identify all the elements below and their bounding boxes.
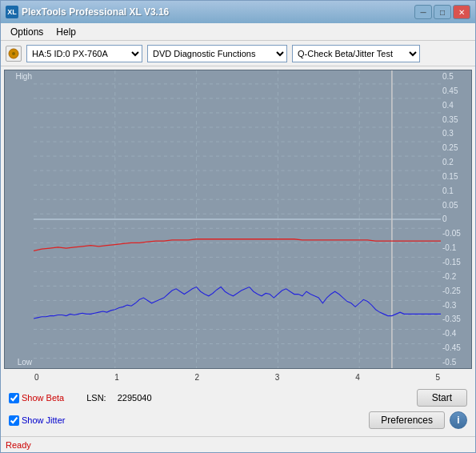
chart-x-axis: 0 1 2 3 4 5: [33, 369, 442, 385]
chart-y-right: 0.5 0.45 0.4 0.35 0.3 0.25 0.2 0.15 0.1 …: [441, 70, 471, 368]
show-jitter-checkbox[interactable]: [9, 415, 19, 426]
x-label-1: 1: [114, 373, 119, 382]
show-beta-checkbox[interactable]: [9, 393, 19, 403]
x-label-2: 2: [195, 373, 200, 382]
svg-point-1: [12, 52, 15, 55]
x-label-4: 4: [355, 373, 360, 382]
chart-inner: [34, 70, 441, 368]
show-beta-checkbox-label[interactable]: Show Beta: [9, 393, 64, 403]
x-label-3: 3: [275, 373, 280, 382]
title-controls: ─ □ ✕: [414, 5, 470, 19]
function-select[interactable]: DVD Diagnostic Functions: [147, 45, 287, 62]
x-label-0: 0: [34, 373, 39, 382]
main-window: XL PlexTools Professional XL V3.16 ─ □ ✕…: [0, 0, 476, 453]
show-jitter-checkbox-label[interactable]: Show Jitter: [9, 415, 65, 426]
lsn-value: 2295040: [118, 393, 152, 403]
bottom-row1: Show Beta LSN: 2295040 Start: [9, 389, 467, 407]
chart-y-left: High Low: [5, 70, 34, 368]
maximize-button[interactable]: □: [434, 5, 451, 19]
info-button[interactable]: i: [450, 411, 467, 429]
close-button[interactable]: ✕: [453, 5, 470, 19]
y-label-high: High: [6, 72, 32, 81]
drive-select[interactable]: HA:5 ID:0 PX-760A: [26, 45, 142, 62]
minimize-button[interactable]: ─: [414, 5, 432, 19]
chart-svg: [34, 70, 441, 368]
menu-help[interactable]: Help: [50, 25, 82, 39]
title-bar-left: XL PlexTools Professional XL V3.16: [6, 6, 169, 18]
lsn-label: LSN:: [86, 393, 106, 403]
menu-bar: Options Help: [1, 23, 475, 41]
main-content: High Low: [1, 66, 475, 436]
test-select[interactable]: Q-Check Beta/Jitter Test: [292, 45, 420, 62]
menu-options[interactable]: Options: [4, 25, 50, 39]
title-bar: XL PlexTools Professional XL V3.16 ─ □ ✕: [1, 1, 475, 23]
start-button[interactable]: Start: [417, 389, 467, 407]
y-label-low: Low: [6, 358, 32, 367]
status-bar: Ready: [1, 436, 475, 452]
chart-area: High Low: [4, 70, 472, 369]
x-label-5: 5: [435, 373, 440, 382]
window-title: PlexTools Professional XL V3.16: [22, 6, 169, 18]
show-jitter-label: Show Jitter: [22, 415, 65, 425]
show-beta-label: Show Beta: [22, 393, 64, 403]
drive-icon: [6, 46, 22, 62]
status-text: Ready: [6, 440, 31, 450]
toolbar: HA:5 ID:0 PX-760A DVD Diagnostic Functio…: [1, 41, 475, 66]
preferences-button[interactable]: Preferences: [369, 411, 445, 429]
app-icon: XL: [6, 6, 18, 18]
bottom-bar: Show Beta LSN: 2295040 Start Show Jitter…: [4, 385, 472, 433]
